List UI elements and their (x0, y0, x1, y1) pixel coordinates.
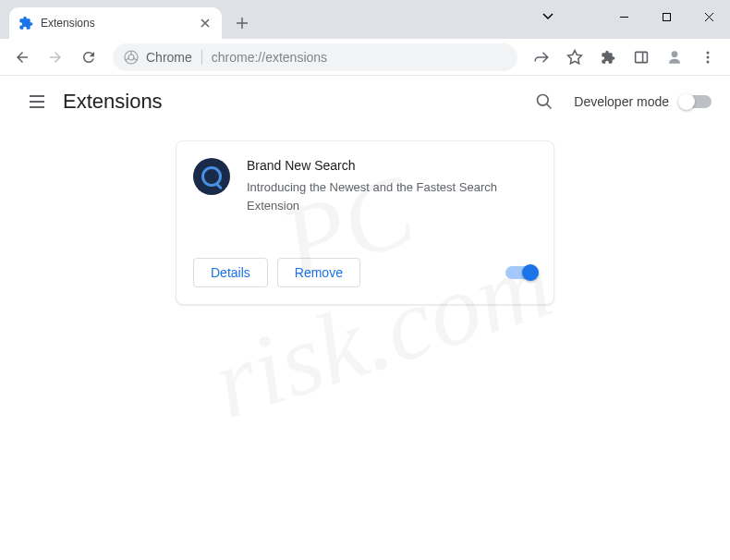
close-tab-button[interactable] (198, 16, 213, 30)
browser-tab[interactable]: Extensions (9, 7, 222, 39)
puzzle-icon (18, 16, 33, 30)
chrome-icon (124, 50, 139, 65)
tabs-dropdown-icon[interactable] (541, 9, 554, 22)
window-controls (602, 0, 730, 33)
details-button[interactable]: Details (193, 258, 268, 287)
page-title: Extensions (63, 90, 526, 114)
svg-point-7 (707, 55, 710, 58)
minimize-button[interactable] (602, 0, 645, 33)
title-bar: Extensions (0, 0, 730, 39)
reload-button[interactable] (74, 43, 103, 72)
close-window-button[interactable] (687, 0, 730, 33)
svg-rect-3 (636, 52, 648, 62)
svg-point-8 (707, 60, 710, 63)
share-icon[interactable] (527, 43, 556, 72)
extensions-list: Brand New Search Introducing the Newest … (0, 128, 730, 318)
menu-icon[interactable] (693, 43, 723, 72)
extensions-icon[interactable] (593, 43, 623, 72)
address-origin-label: Chrome (146, 50, 202, 65)
extension-icon (193, 158, 230, 195)
extension-card: Brand New Search Introducing the Newest … (176, 140, 554, 305)
developer-mode-toggle[interactable] (680, 95, 712, 108)
svg-point-5 (672, 51, 678, 57)
forward-button[interactable] (41, 43, 70, 72)
hamburger-menu-button[interactable] (18, 83, 55, 120)
sidepanel-icon[interactable] (627, 43, 656, 72)
address-url: chrome://extensions (212, 50, 327, 65)
extension-name: Brand New Search (247, 158, 537, 173)
address-bar[interactable]: Chrome chrome://extensions (113, 43, 517, 71)
developer-mode-label: Developer mode (574, 94, 669, 109)
back-button[interactable] (7, 43, 37, 72)
browser-toolbar: Chrome chrome://extensions (0, 39, 730, 76)
svg-rect-0 (663, 13, 670, 20)
svg-point-9 (538, 95, 549, 106)
maximize-button[interactable] (645, 0, 687, 33)
profile-icon[interactable] (660, 43, 689, 72)
new-tab-button[interactable] (229, 10, 255, 36)
tab-title: Extensions (41, 17, 198, 30)
remove-button[interactable]: Remove (277, 258, 360, 287)
extension-enable-toggle[interactable] (505, 266, 537, 279)
svg-line-10 (547, 104, 552, 109)
bookmark-icon[interactable] (560, 43, 590, 72)
extension-description: Introducing the Newest and the Fastest S… (247, 178, 537, 214)
svg-point-6 (707, 51, 710, 54)
svg-point-2 (128, 55, 134, 60)
search-button[interactable] (526, 83, 563, 120)
extensions-header: Extensions Developer mode (0, 76, 730, 128)
